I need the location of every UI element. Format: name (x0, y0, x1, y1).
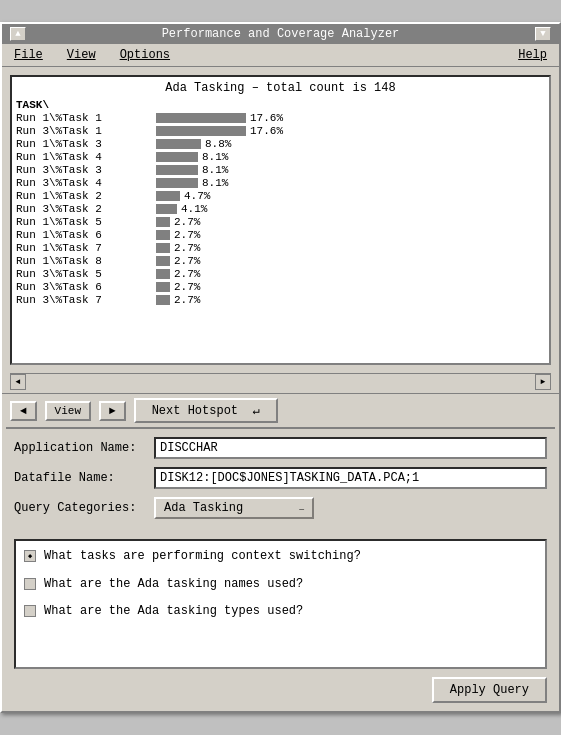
task-name: Run 3\%Task 7 (16, 294, 156, 306)
maximize-button[interactable]: ▼ (535, 27, 551, 41)
menu-view[interactable]: View (63, 46, 100, 64)
task-name: Run 3\%Task 2 (16, 203, 156, 215)
task-name: Run 1\%Task 3 (16, 138, 156, 150)
chart-row: Run 1\%Task 4 8.1% (16, 151, 545, 163)
task-percent: 2.7% (174, 242, 200, 254)
menu-file[interactable]: File (10, 46, 47, 64)
task-bar (156, 295, 170, 305)
task-bar-area: 8.8% (156, 138, 545, 150)
task-bar (156, 230, 170, 240)
query-category-dropdown[interactable]: Ada Tasking — (154, 497, 314, 519)
task-percent: 8.8% (205, 138, 231, 150)
task-name: Run 3\%Task 1 (16, 125, 156, 137)
task-bar (156, 256, 170, 266)
query-radio-2[interactable] (24, 605, 36, 617)
title-bar: ▲ Performance and Coverage Analyzer ▼ (2, 24, 559, 44)
chart-row: Run 1\%Task 3 8.8% (16, 138, 545, 150)
task-percent: 2.7% (174, 229, 200, 241)
query-item[interactable]: What are the Ada tasking names used? (24, 577, 537, 593)
task-bar (156, 139, 201, 149)
task-name: Run 1\%Task 1 (16, 112, 156, 124)
scroll-left-arrow[interactable]: ◄ (10, 374, 26, 390)
task-bar-area: 17.6% (156, 112, 545, 124)
task-section-label: TASK\ (16, 99, 545, 111)
query-item[interactable]: What are the Ada tasking types used? (24, 604, 537, 620)
chart-row: Run 1\%Task 8 2.7% (16, 255, 545, 267)
task-bar-area: 2.7% (156, 229, 545, 241)
task-bar (156, 152, 198, 162)
query-text-1: What are the Ada tasking names used? (44, 577, 303, 593)
horizontal-scrollbar[interactable]: ◄ ► (10, 373, 551, 389)
task-bar-area: 8.1% (156, 151, 545, 163)
task-percent: 2.7% (174, 294, 200, 306)
chart-row: Run 3\%Task 2 4.1% (16, 203, 545, 215)
next-view-button[interactable]: ► (99, 401, 126, 421)
task-bar (156, 243, 170, 253)
datafile-input[interactable] (154, 467, 547, 489)
task-bar-area: 2.7% (156, 242, 545, 254)
task-name: Run 1\%Task 5 (16, 216, 156, 228)
chart-row: Run 1\%Task 1 17.6% (16, 112, 545, 124)
query-radio-0[interactable] (24, 550, 36, 562)
chart-container[interactable]: TASK\ Run 1\%Task 1 17.6% Run 3\%Task 1 … (16, 99, 545, 339)
minimize-button[interactable]: ▲ (10, 27, 26, 41)
task-percent: 2.7% (174, 255, 200, 267)
task-bar-area: 17.6% (156, 125, 545, 137)
window-title: Performance and Coverage Analyzer (26, 27, 535, 41)
app-name-input[interactable] (154, 437, 547, 459)
task-bar-area: 2.7% (156, 216, 545, 228)
task-percent: 2.7% (174, 268, 200, 280)
dropdown-arrow-icon: — (299, 504, 304, 513)
task-percent: 8.1% (202, 177, 228, 189)
task-name: Run 1\%Task 7 (16, 242, 156, 254)
query-category-label: Query Categories: (14, 501, 154, 515)
task-percent: 17.6% (250, 112, 283, 124)
task-bar (156, 165, 198, 175)
chart-row: Run 3\%Task 4 8.1% (16, 177, 545, 189)
menu-options[interactable]: Options (116, 46, 174, 64)
chart-row: Run 3\%Task 5 2.7% (16, 268, 545, 280)
task-bar-area: 8.1% (156, 164, 545, 176)
view-button[interactable]: View (45, 401, 91, 421)
query-text-2: What are the Ada tasking types used? (44, 604, 303, 620)
task-percent: 17.6% (250, 125, 283, 137)
chart-row: Run 1\%Task 7 2.7% (16, 242, 545, 254)
prev-view-button[interactable]: ◄ (10, 401, 37, 421)
task-percent: 8.1% (202, 151, 228, 163)
task-bar-area: 2.7% (156, 268, 545, 280)
query-category-row: Query Categories: Ada Tasking — (14, 497, 547, 519)
query-item[interactable]: What tasks are performing context switch… (24, 549, 537, 565)
task-bar-area: 2.7% (156, 294, 545, 306)
form-section: Application Name: Datafile Name: Query C… (2, 429, 559, 535)
query-radio-1[interactable] (24, 578, 36, 590)
datafile-label: Datafile Name: (14, 471, 154, 485)
task-name: Run 1\%Task 4 (16, 151, 156, 163)
chart-row: Run 1\%Task 2 4.7% (16, 190, 545, 202)
chart-row: Run 1\%Task 5 2.7% (16, 216, 545, 228)
task-percent: 4.7% (184, 190, 210, 202)
nav-bar: ◄ View ► Next Hotspot ↵ (2, 393, 559, 427)
task-percent: 8.1% (202, 164, 228, 176)
chart-row: Run 3\%Task 7 2.7% (16, 294, 545, 306)
chart-title: Ada Tasking – total count is 148 (16, 81, 545, 95)
apply-query-button[interactable]: Apply Query (432, 677, 547, 703)
task-bar (156, 113, 246, 123)
task-name: Run 1\%Task 8 (16, 255, 156, 267)
task-bar-area: 2.7% (156, 255, 545, 267)
chart-row: Run 3\%Task 3 8.1% (16, 164, 545, 176)
task-name: Run 1\%Task 2 (16, 190, 156, 202)
chart-row: Run 3\%Task 1 17.6% (16, 125, 545, 137)
app-name-label: Application Name: (14, 441, 154, 455)
chart-section: Ada Tasking – total count is 148 TASK\ R… (2, 67, 559, 373)
chart-rows: Run 1\%Task 1 17.6% Run 3\%Task 1 17.6% … (16, 112, 545, 306)
chart-row: Run 1\%Task 6 2.7% (16, 229, 545, 241)
menu-help[interactable]: Help (514, 46, 551, 64)
next-hotspot-button[interactable]: Next Hotspot ↵ (134, 398, 278, 423)
task-name: Run 3\%Task 4 (16, 177, 156, 189)
task-bar (156, 178, 198, 188)
task-bar (156, 126, 246, 136)
scroll-right-arrow[interactable]: ► (535, 374, 551, 390)
task-bar (156, 282, 170, 292)
main-window: ▲ Performance and Coverage Analyzer ▼ Fi… (0, 22, 561, 713)
task-name: Run 3\%Task 5 (16, 268, 156, 280)
